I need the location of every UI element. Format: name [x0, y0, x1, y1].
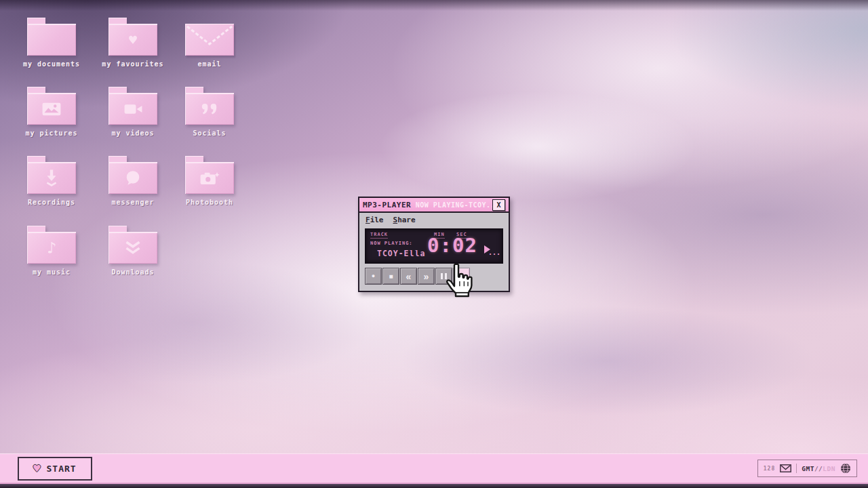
desktop-icon-my-videos[interactable]: my videos — [95, 87, 171, 137]
icon-label: my favourites — [95, 60, 171, 68]
desktop-icon-my-music[interactable]: ♪ my music — [14, 226, 90, 276]
song-title: TCOY-Ella He — [377, 250, 429, 258]
desktop-icon-messenger[interactable]: messenger — [95, 156, 171, 206]
mail-icon[interactable] — [780, 464, 791, 472]
picture-icon — [42, 102, 61, 116]
folder-icon — [27, 18, 76, 56]
transport-controls: ● ■ « » — [365, 268, 503, 285]
record-button[interactable]: ● — [365, 268, 382, 285]
top-vignette — [0, 0, 868, 11]
double-quotes-icon — [201, 104, 218, 115]
heart-icon: ♥ — [33, 463, 40, 474]
desktop-icon-socials[interactable]: Socials — [172, 87, 248, 137]
window-titlebar[interactable]: MP3-PLAYER _NOW PLAYING-TCOY... X — [358, 197, 510, 213]
folder-heart-icon: ♥ — [108, 18, 157, 56]
start-label: START — [47, 464, 77, 474]
play-button[interactable] — [453, 268, 470, 285]
music-note-icon: ♪ — [47, 240, 56, 256]
stop-button[interactable]: ■ — [382, 268, 399, 285]
folder-picture-icon — [27, 87, 76, 125]
track-label: TRACK — [370, 232, 388, 239]
close-button[interactable]: X — [492, 199, 505, 211]
start-button[interactable]: ♥ START — [18, 457, 92, 481]
heart-icon: ♥ — [129, 33, 137, 47]
folder-chevrons-icon — [108, 226, 157, 264]
folder-video-icon — [108, 87, 157, 125]
camera-sparkle-icon — [200, 171, 220, 185]
menu-item-file[interactable]: File — [366, 216, 384, 224]
desktop-screen: my documents ♥ my favourites email my pi… — [0, 0, 868, 488]
icon-label: my pictures — [14, 129, 90, 137]
system-tray: 128 GMT//LDN — [757, 460, 857, 477]
folder-download-icon — [27, 156, 76, 194]
pause-button[interactable] — [435, 268, 452, 285]
double-chevron-down-icon — [125, 241, 141, 254]
folder-camera-icon — [185, 156, 234, 194]
icon-label: my documents — [14, 60, 90, 68]
icon-label: messenger — [95, 199, 171, 206]
icon-label: Socials — [172, 129, 248, 137]
lcd-display: TRACK MIN SEC NOW PLAYING: TCOY-Ella He … — [365, 228, 503, 264]
window-subtitle: _NOW PLAYING-TCOY... — [411, 201, 492, 209]
desktop-icon-recordings[interactable]: Recordings — [14, 156, 90, 206]
menu-item-share[interactable]: Share — [393, 216, 416, 224]
desktop-icon-photobooth[interactable]: Photobooth — [172, 156, 248, 206]
envelope-icon — [185, 24, 234, 56]
tray-divider — [796, 464, 797, 473]
elapsed-time: 0:02 — [427, 236, 477, 256]
icon-label: Downloads — [95, 268, 171, 276]
desktop-icon-downloads[interactable]: Downloads — [95, 226, 171, 276]
globe-icon[interactable] — [840, 463, 851, 474]
now-playing-label: NOW PLAYING: — [370, 241, 413, 246]
taskbar: ♥ START 128 GMT//LDN — [0, 453, 868, 484]
folder-music-icon: ♪ — [27, 226, 76, 264]
download-arrow-icon — [44, 169, 59, 186]
window-title: MP3-PLAYER — [363, 201, 411, 209]
icon-label: my music — [14, 268, 90, 276]
mail-count: 128 — [764, 466, 775, 472]
speech-bubble-icon — [125, 170, 141, 186]
icon-label: Recordings — [14, 199, 90, 206]
desktop-icon-my-pictures[interactable]: my pictures — [14, 87, 90, 137]
desktop-icon-my-favourites[interactable]: ♥ my favourites — [95, 18, 171, 68]
timezone-indicator: GMT//LDN — [802, 465, 835, 472]
icon-label: Photobooth — [172, 199, 248, 206]
rewind-button[interactable]: « — [400, 268, 417, 285]
window-body: File Share TRACK MIN SEC NOW PLAYING: TC… — [358, 213, 510, 292]
folder-chat-icon — [108, 156, 157, 194]
folder-quotes-icon — [185, 87, 234, 125]
fast-forward-button[interactable]: » — [418, 268, 435, 285]
desktop-icon-email[interactable]: email — [172, 18, 248, 68]
icon-label: email — [172, 60, 248, 68]
video-camera-icon — [124, 104, 142, 115]
menu-bar: File Share — [359, 213, 509, 226]
desktop-icon-my-documents[interactable]: my documents — [14, 18, 90, 68]
mp3-player-window: MP3-PLAYER _NOW PLAYING-TCOY... X File S… — [358, 197, 510, 292]
ellipsis-dots: ... — [488, 249, 500, 256]
icon-label: my videos — [95, 129, 171, 137]
screen-bottom-edge — [0, 484, 868, 488]
